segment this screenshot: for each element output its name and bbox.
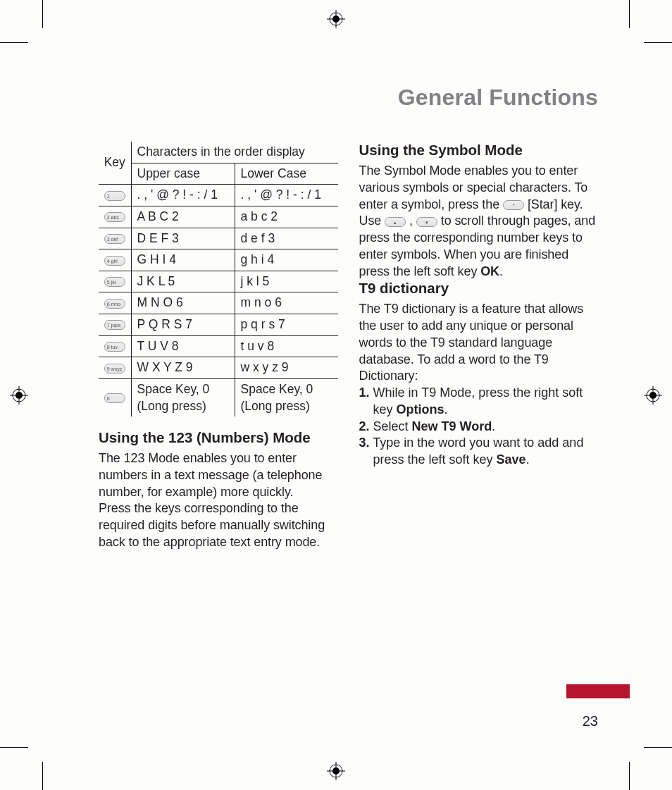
body-text: Use ▴ , ▾ to scroll through pages, and p… — [359, 213, 599, 280]
down-key-icon: ▾ — [416, 217, 437, 227]
cell: d e f 3 — [235, 228, 338, 249]
crop-mark — [644, 747, 672, 748]
crop-mark — [42, 762, 43, 790]
list-item: 3. Type in the word you want to add and … — [359, 435, 599, 469]
cell: j k l 5 — [235, 271, 338, 292]
body-text: The 123 Mode enables you to enter number… — [99, 450, 338, 500]
key-icon: 3 def — [99, 228, 131, 249]
cell: g h i 4 — [235, 249, 338, 271]
cell: Space Key, 0 (Long press) — [131, 378, 235, 416]
body-text: The T9 dictionary is a feature that allo… — [359, 301, 599, 385]
cell: . , ' @ ? ! - : / 1 — [235, 185, 338, 206]
heading-123: Using the 123 (Numbers) Mode — [99, 429, 338, 446]
th-order: Characters in the order display — [131, 142, 338, 163]
cell: w x y z 9 — [235, 357, 338, 379]
key-icon: 4 ghi — [99, 249, 131, 271]
cell: J K L 5 — [131, 271, 235, 292]
heading-t9: T9 dictionary — [359, 280, 599, 297]
body-text: Press the keys corresponding to the requ… — [99, 500, 338, 550]
registration-mark-icon — [327, 10, 345, 28]
page-title: General Functions — [99, 85, 598, 111]
key-icon: 5 jkl — [99, 271, 131, 292]
star-key-icon: * — [503, 200, 524, 210]
crop-mark — [629, 0, 630, 28]
section-tab — [566, 684, 630, 698]
cell: W X Y Z 9 — [131, 357, 235, 379]
body-text: The Symbol Mode enables you to enter var… — [359, 163, 599, 213]
left-column: Key Characters in the order display Uppe… — [99, 142, 338, 551]
th-upper: Upper case — [131, 163, 235, 185]
key-icon: 6 mno — [99, 292, 131, 314]
cell: A B C 2 — [131, 206, 235, 228]
right-column: Using the Symbol Mode The Symbol Mode en… — [359, 142, 599, 551]
th-key: Key — [99, 142, 131, 185]
cell: . , ' @ ? ! - : / 1 — [131, 185, 235, 206]
cell: m n o 6 — [235, 292, 338, 314]
char-table: Key Characters in the order display Uppe… — [99, 142, 338, 416]
registration-mark-icon — [327, 762, 345, 780]
list-item: 1. While in T9 Mode, press the right sof… — [359, 385, 599, 419]
up-key-icon: ▴ — [385, 217, 406, 227]
heading-symbol: Using the Symbol Mode — [359, 142, 599, 159]
cell: a b c 2 — [235, 206, 338, 228]
key-icon: 1 — [99, 185, 131, 206]
key-icon: 0 — [99, 378, 131, 416]
registration-mark-icon — [644, 386, 662, 405]
crop-mark — [629, 762, 630, 790]
cell: t u v 8 — [235, 335, 338, 357]
t9-steps: 1. While in T9 Mode, press the right sof… — [359, 385, 599, 469]
key-icon: 8 tuv — [99, 335, 131, 357]
page-number: 23 — [583, 713, 598, 729]
crop-mark — [42, 0, 43, 28]
cell: D E F 3 — [131, 228, 235, 249]
cell: T U V 8 — [131, 335, 235, 357]
crop-mark — [644, 42, 672, 43]
cell: Space Key, 0 (Long press) — [235, 378, 338, 416]
cell: M N O 6 — [131, 292, 235, 314]
key-icon: 2 abc — [99, 206, 131, 228]
key-icon: 7 pqrs — [99, 314, 131, 336]
crop-mark — [0, 42, 28, 43]
list-item: 2. Select New T9 Word. — [359, 419, 599, 436]
cell: p q r s 7 — [235, 314, 338, 336]
th-lower: Lower Case — [235, 163, 338, 185]
cell: P Q R S 7 — [131, 314, 235, 336]
crop-mark — [0, 747, 28, 748]
key-icon: 9 wxyz — [99, 357, 131, 379]
cell: G H I 4 — [131, 249, 235, 271]
registration-mark-icon — [10, 386, 28, 405]
